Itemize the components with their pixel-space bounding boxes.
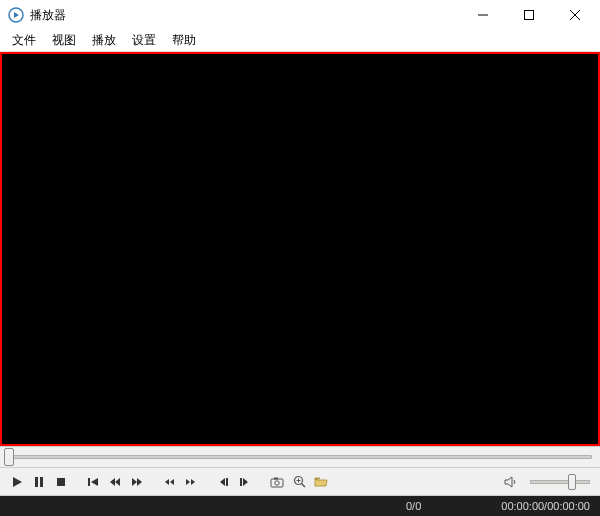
playlist-count: 0/0 — [406, 500, 421, 512]
svg-rect-6 — [40, 477, 43, 487]
menu-help[interactable]: 帮助 — [164, 30, 204, 51]
play-button[interactable] — [8, 473, 26, 491]
svg-rect-10 — [240, 478, 242, 486]
window-controls — [460, 0, 598, 30]
svg-line-15 — [301, 484, 305, 488]
skip-forward-button[interactable] — [182, 473, 200, 491]
video-display[interactable] — [0, 52, 600, 446]
menu-settings[interactable]: 设置 — [124, 30, 164, 51]
step-back-button[interactable] — [214, 473, 232, 491]
maximize-button[interactable] — [506, 0, 552, 30]
menu-play[interactable]: 播放 — [84, 30, 124, 51]
window-title: 播放器 — [30, 7, 66, 24]
prev-track-button[interactable] — [84, 473, 102, 491]
svg-rect-5 — [35, 477, 38, 487]
titlebar: 播放器 — [0, 0, 600, 30]
skip-back-button[interactable] — [160, 473, 178, 491]
menubar: 文件 视图 播放 设置 帮助 — [0, 30, 600, 52]
svg-point-12 — [275, 480, 279, 484]
seek-thumb[interactable] — [4, 448, 14, 466]
time-display: 00:00:00/00:00:00 — [501, 500, 590, 512]
controls-row — [0, 468, 600, 496]
zoom-button[interactable] — [290, 473, 308, 491]
volume-thumb[interactable] — [568, 474, 576, 490]
svg-rect-8 — [88, 478, 90, 486]
close-button[interactable] — [552, 0, 598, 30]
svg-rect-11 — [271, 479, 283, 487]
seekbar-row — [0, 446, 600, 468]
svg-rect-13 — [274, 477, 278, 479]
seek-slider[interactable] — [8, 455, 592, 459]
app-icon — [8, 7, 24, 23]
menu-view[interactable]: 视图 — [44, 30, 84, 51]
svg-rect-9 — [226, 478, 228, 486]
svg-rect-2 — [525, 11, 534, 20]
svg-rect-7 — [57, 478, 65, 486]
pause-button[interactable] — [30, 473, 48, 491]
open-file-button[interactable] — [312, 473, 330, 491]
step-forward-button[interactable] — [236, 473, 254, 491]
minimize-button[interactable] — [460, 0, 506, 30]
rewind-button[interactable] — [106, 473, 124, 491]
mute-button[interactable] — [502, 473, 520, 491]
statusbar: 0/0 00:00:00/00:00:00 — [0, 496, 600, 516]
volume-slider[interactable] — [530, 480, 590, 484]
stop-button[interactable] — [52, 473, 70, 491]
snapshot-button[interactable] — [268, 473, 286, 491]
fast-forward-button[interactable] — [128, 473, 146, 491]
menu-file[interactable]: 文件 — [4, 30, 44, 51]
